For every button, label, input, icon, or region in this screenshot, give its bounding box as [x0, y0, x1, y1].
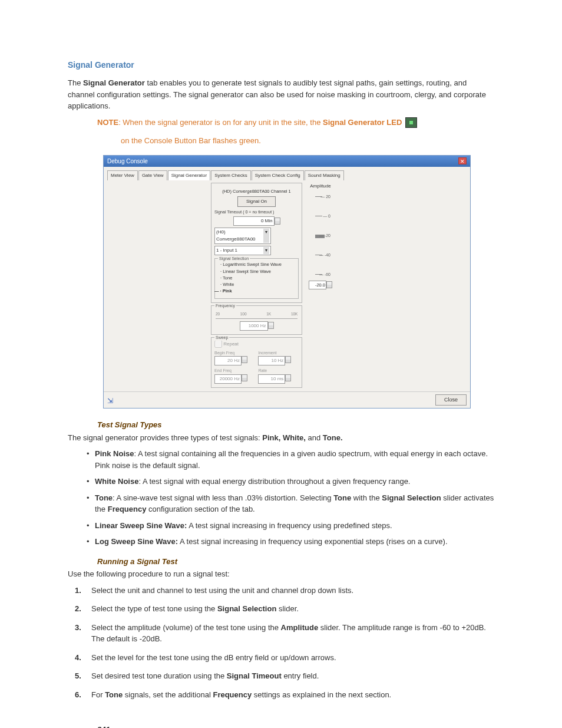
spinner-icon[interactable]: [275, 218, 280, 225]
window-titlebar: Debug Console ✕: [104, 156, 470, 167]
text: : A test signal with equal energy distri…: [138, 477, 410, 486]
paragraph: The signal generator provides three type…: [68, 432, 494, 444]
note-text-line2: on the Console Button Bar flashes green.: [121, 135, 494, 147]
text: : A test signal containing all the frequ…: [95, 449, 488, 470]
text: Set the level for the test tone using th…: [91, 653, 336, 662]
pin-icon[interactable]: ⇲: [107, 396, 115, 404]
sweep-group: Sweep Repeat Begin Freq 20 Hz Increment …: [211, 337, 302, 388]
tick: 20: [216, 311, 220, 317]
legend: Signal Selection: [218, 256, 250, 262]
spinner-icon[interactable]: [285, 374, 291, 381]
text-bold: Amplitude: [281, 623, 319, 632]
tab-meter-view[interactable]: Meter View: [107, 170, 138, 180]
spinner-icon[interactable]: [326, 281, 332, 288]
spinner-icon[interactable]: [242, 374, 247, 381]
tick: 1K: [266, 311, 271, 317]
tab-gate-view[interactable]: Gate View: [138, 170, 167, 180]
tab-system-check-config[interactable]: System Check Config: [252, 170, 304, 180]
text-bold: White Noise: [95, 477, 138, 486]
text: : A sine-wave test signal with less than…: [113, 493, 333, 502]
unit-dropdown[interactable]: (H0) Converge880TA00▾: [214, 228, 271, 244]
text-bold: Signal Selection: [217, 604, 276, 613]
end-freq-label: End Freq: [214, 368, 255, 374]
signal-selection-group: Signal Selection · Logarithmic Swept Sin…: [214, 258, 299, 298]
debug-console-window: Debug Console ✕ Meter View Gate View Sig…: [103, 155, 471, 409]
step-number: 5.: [75, 670, 81, 682]
text: Select the type of test tone using the: [91, 604, 217, 613]
step-number: 1.: [75, 585, 81, 597]
opt-linear-swept[interactable]: · Linear Swept Sine Wave: [218, 268, 295, 275]
rate-input[interactable]: 10 ms: [258, 374, 285, 384]
spinner-icon[interactable]: [285, 356, 291, 363]
opt-log-swept[interactable]: · Logarithmic Swept Sine Wave: [218, 261, 295, 268]
signal-generator-led-icon: [405, 117, 417, 128]
tab-signal-generator[interactable]: Signal Generator: [168, 170, 210, 180]
note-text: : When the signal generator is on for an…: [118, 118, 323, 127]
list-item: Pink Noise: A test signal containing all…: [85, 448, 494, 471]
text-bold: Frequency: [108, 505, 147, 513]
end-freq-input[interactable]: 20000 Hz: [214, 374, 242, 384]
text: settings as explained in the next sectio…: [252, 690, 391, 699]
begin-freq-input[interactable]: 20 Hz: [214, 356, 242, 365]
tab-system-checks[interactable]: System Checks: [211, 170, 251, 180]
text: and: [306, 433, 323, 442]
text-bold: Tone: [105, 690, 123, 699]
tick: 10K: [291, 311, 298, 317]
text: For: [91, 690, 105, 699]
spinner-icon[interactable]: [242, 356, 247, 363]
timeout-label: Signal Timeout ( 0 = no timeout ): [214, 209, 299, 216]
opt-white[interactable]: · White: [218, 281, 295, 288]
step-number: 4.: [75, 652, 81, 664]
list-item: Log Sweep Sine Wave: A test signal incre…: [85, 536, 494, 548]
text-bold: Tone: [95, 493, 113, 502]
input-dropdown[interactable]: 1 - Input 1▾: [214, 246, 271, 255]
list-item: 3.Select the amplitude (volume) of the t…: [74, 622, 494, 645]
amplitude-input[interactable]: -20.0: [309, 281, 326, 289]
opt-tone[interactable]: · Tone: [218, 275, 295, 281]
dropdown-value: (H0) Converge880TA00: [216, 229, 263, 243]
close-icon[interactable]: ✕: [458, 157, 467, 164]
amplitude-slider[interactable]: — 20 — 0 — -20 — -40 — -60: [306, 192, 335, 281]
list-item: Tone: A sine-wave test signal with less …: [85, 492, 494, 515]
step-number: 3.: [75, 622, 81, 634]
spinner-icon[interactable]: [268, 322, 274, 329]
legend: Frequency: [214, 303, 236, 309]
opt-pink[interactable]: — · Pink: [218, 288, 295, 294]
tick: 100: [240, 311, 247, 317]
increment-input[interactable]: 10 Hz: [258, 356, 285, 365]
text-bold: Pink Noise: [95, 449, 134, 458]
text-bold: Frequency: [213, 690, 252, 699]
list-item: 5.Set desired test tone duration using t…: [74, 670, 494, 682]
note-text-bold: Signal Generator LED: [323, 118, 402, 127]
chevron-down-icon: ▾: [263, 229, 269, 243]
subheading-running-signal-test: Running a Signal Test: [97, 556, 494, 568]
signal-on-button[interactable]: Signal On: [237, 196, 276, 207]
increment-label: Increment: [258, 350, 299, 357]
tab-sound-masking[interactable]: Sound Masking: [305, 170, 344, 180]
list-item: 1.Select the unit and channel to test us…: [74, 585, 494, 597]
text: A test signal increasing in frequency us…: [178, 537, 447, 546]
frequency-input[interactable]: 1000 Hz: [240, 321, 268, 331]
intro-paragraph: The Signal Generator tab enables you to …: [68, 77, 494, 112]
step-number: 6.: [75, 689, 81, 701]
text: Set desired test tone duration using the: [91, 671, 227, 680]
text-bold: Pink, White,: [262, 433, 306, 442]
text: Select the amplitude (volume) of the tes…: [91, 623, 281, 632]
note-label: NOTE: [97, 118, 118, 127]
text-bold: Log Sweep Sine Wave:: [95, 537, 178, 546]
paragraph: Use the following procedure to run a sig…: [68, 568, 494, 580]
subheading-test-signal-types: Test Signal Types: [97, 419, 494, 431]
text-bold: Linear Sweep Sine Wave:: [95, 521, 187, 530]
text: The signal generator provides three type…: [68, 433, 262, 442]
repeat-checkbox[interactable]: [214, 340, 222, 348]
close-button[interactable]: Close: [435, 394, 467, 406]
frequency-group: Frequency 20 100 1K 10K 1000 Hz: [211, 305, 302, 335]
list-item: White Noise: A test signal with equal en…: [85, 476, 494, 487]
tab-bar: Meter View Gate View Signal Generator Sy…: [107, 170, 467, 180]
page-number: 241: [97, 724, 494, 728]
text-bold: Signal Generator: [83, 78, 145, 87]
timeout-input[interactable]: 0 Min: [233, 216, 275, 226]
text-bold: Signal Selection: [382, 493, 441, 502]
frequency-slider[interactable]: 20 100 1K 10K: [216, 311, 297, 319]
channel-label: (HD) Converge880TA00 Channel 1: [214, 188, 299, 195]
